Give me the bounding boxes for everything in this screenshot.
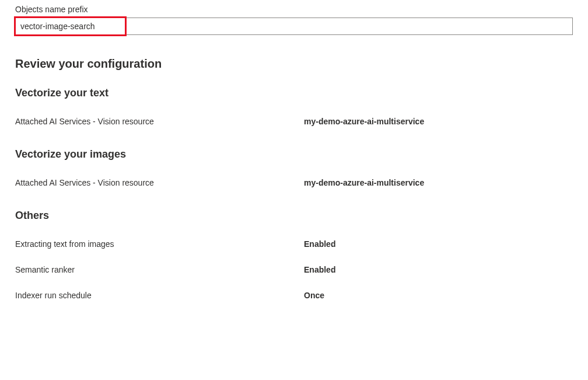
kv-row: Attached AI Services - Vision resource m… bbox=[15, 178, 573, 187]
others-section: Others Extracting text from images Enabl… bbox=[15, 210, 573, 300]
kv-label-vision-resource-images: Attached AI Services - Vision resource bbox=[15, 178, 304, 187]
kv-label-indexer-schedule: Indexer run schedule bbox=[15, 291, 304, 300]
others-heading: Others bbox=[15, 210, 573, 222]
kv-row: Semantic ranker Enabled bbox=[15, 265, 573, 274]
kv-row: Extracting text from images Enabled bbox=[15, 239, 573, 249]
kv-value-vision-resource-text: my-demo-azure-ai-multiservice bbox=[304, 117, 424, 126]
objects-name-prefix-label: Objects name prefix bbox=[15, 5, 573, 14]
objects-name-prefix-input[interactable] bbox=[15, 18, 573, 35]
kv-label-vision-resource-text: Attached AI Services - Vision resource bbox=[15, 117, 304, 126]
vectorize-text-section: Vectorize your text Attached AI Services… bbox=[15, 87, 573, 126]
review-configuration-heading: Review your configuration bbox=[15, 57, 573, 71]
kv-label-extracting-text: Extracting text from images bbox=[15, 239, 304, 249]
kv-value-extracting-text: Enabled bbox=[304, 239, 335, 249]
kv-row: Attached AI Services - Vision resource m… bbox=[15, 117, 573, 126]
kv-value-semantic-ranker: Enabled bbox=[304, 265, 335, 274]
vectorize-images-heading: Vectorize your images bbox=[15, 148, 573, 161]
kv-label-semantic-ranker: Semantic ranker bbox=[15, 265, 304, 274]
vectorize-text-heading: Vectorize your text bbox=[15, 87, 573, 99]
objects-name-prefix-wrapper bbox=[15, 18, 573, 35]
kv-value-vision-resource-images: my-demo-azure-ai-multiservice bbox=[304, 178, 424, 187]
vectorize-images-section: Vectorize your images Attached AI Servic… bbox=[15, 148, 573, 187]
kv-value-indexer-schedule: Once bbox=[304, 291, 324, 300]
kv-row: Indexer run schedule Once bbox=[15, 291, 573, 300]
